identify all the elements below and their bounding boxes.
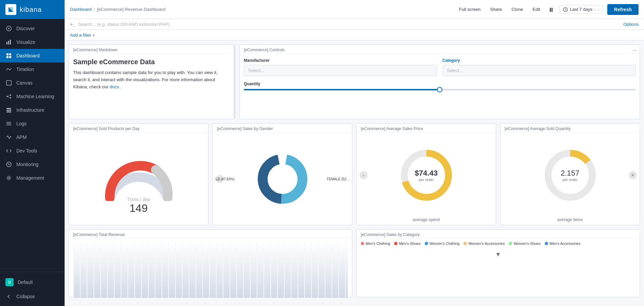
- svg-line-16: [8, 96, 10, 98]
- svg-point-12: [6, 96, 8, 97]
- quantity-slider-track: [244, 89, 635, 90]
- gauge-chart: [103, 157, 174, 201]
- infrastructure-icon: [5, 107, 12, 113]
- legend-dot-mens-clothing: [361, 242, 364, 245]
- refresh-button[interactable]: Refresh: [607, 4, 639, 15]
- options-button[interactable]: Options: [623, 22, 639, 27]
- avg-qty-footer: average items: [501, 217, 640, 225]
- avg-sold-qty-content: ✕ 2.157 per order: [501, 133, 640, 217]
- svg-rect-17: [6, 108, 11, 109]
- markdown-body: This dashboard contains sample data for …: [73, 69, 231, 90]
- dashboard-content: [eCommerce] Markdown Sample eCommerce Da…: [65, 40, 644, 306]
- sidebar: kibana Discover Visualize Dashboard Time…: [0, 0, 65, 306]
- manufacturer-label: Manufacturer: [244, 58, 437, 63]
- avg-qty-nav-right[interactable]: ✕: [629, 171, 637, 179]
- devtools-icon: [5, 147, 12, 154]
- svg-rect-9: [6, 56, 9, 58]
- sidebar-item-devtools[interactable]: Dev Tools: [0, 144, 65, 158]
- logo[interactable]: kibana: [0, 0, 65, 19]
- gear-icon: [5, 175, 12, 181]
- markdown-panel: [eCommerce] Markdown Sample eCommerce Da…: [69, 44, 235, 119]
- svg-rect-18: [6, 110, 11, 111]
- svg-rect-7: [6, 53, 9, 55]
- markdown-panel-content: Sample eCommerce Data This dashboard con…: [69, 54, 235, 118]
- dashboard-icon: [5, 52, 12, 59]
- share-button[interactable]: Share: [488, 5, 505, 13]
- sidebar-item-logs[interactable]: Logs: [0, 117, 65, 130]
- quantity-slider-fill: [244, 89, 440, 90]
- sidebar-item-infrastructure[interactable]: Infrastructure: [0, 103, 65, 117]
- markdown-heading: Sample eCommerce Data: [73, 58, 231, 66]
- sidebar-item-timelion[interactable]: Timelion: [0, 62, 65, 76]
- category-select[interactable]: Select...: [442, 65, 635, 76]
- pause-icon: [550, 8, 553, 12]
- legend-womens-shoes: Women's Shoes: [509, 241, 541, 246]
- legend-womens-shoes-label: Women's Shoes: [513, 241, 541, 246]
- edit-button[interactable]: Edit: [530, 5, 543, 13]
- search-input[interactable]: Search... (e.g. status:200 AND extension…: [78, 22, 621, 27]
- time-range-selector[interactable]: Last 7 days ‹ ›: [559, 5, 603, 14]
- total-revenue-panel: [eCommerce] Total Revenue: [69, 229, 352, 297]
- sidebar-item-dashboard[interactable]: Dashboard: [0, 49, 65, 62]
- category-control: Category Select...: [442, 58, 635, 76]
- quantity-control: Quantity: [244, 82, 635, 90]
- svg-rect-10: [9, 56, 11, 58]
- pause-button[interactable]: [547, 5, 555, 13]
- collapse-label: Collapse: [16, 294, 35, 299]
- top-row: [eCommerce] Markdown Sample eCommerce Da…: [69, 44, 640, 119]
- breadcrumb: Dashboard / [eCommerce] Revenue Dashboar…: [70, 7, 165, 12]
- search-bar: >_ Search... (e.g. status:200 AND extens…: [65, 19, 644, 30]
- avg-price-nav-left[interactable]: ‹: [359, 171, 368, 179]
- sidebar-item-management[interactable]: Management: [0, 171, 65, 185]
- svg-point-28: [268, 164, 298, 194]
- user-avatar: D: [5, 278, 14, 286]
- add-filter-button[interactable]: Add a filter +: [70, 33, 95, 38]
- legend-mens-clothing-label: Men's Clothing: [366, 241, 390, 246]
- sidebar-item-apm-label: APM: [16, 134, 27, 140]
- sidebar-bottom: D Default Collapse: [0, 272, 65, 306]
- sidebar-collapse[interactable]: Collapse: [0, 290, 65, 303]
- metrics-row: [eCommerce] Sold Products per Day Trxns …: [69, 123, 640, 225]
- clone-button[interactable]: Clone: [509, 5, 526, 13]
- bar-chart-icon: [5, 39, 12, 46]
- panel-menu-icon[interactable]: ···: [632, 48, 637, 54]
- legend-dot-womens-shoes: [509, 242, 512, 245]
- sidebar-item-infrastructure-label: Infrastructure: [16, 107, 44, 113]
- sidebar-item-apm[interactable]: APM: [0, 130, 65, 144]
- category-chart-down-arrow[interactable]: ▼: [495, 251, 501, 258]
- manufacturer-select[interactable]: Select...: [244, 65, 437, 76]
- sidebar-item-monitoring-label: Monitoring: [16, 162, 38, 167]
- sidebar-item-monitoring[interactable]: Monitoring: [0, 158, 65, 171]
- avg-sales-price-content: ‹ $74.43 per order: [357, 133, 496, 217]
- svg-point-13: [10, 94, 11, 96]
- quantity-slider-thumb[interactable]: [437, 87, 442, 92]
- panel-resize-handle[interactable]: [234, 45, 235, 119]
- svg-point-14: [10, 97, 11, 98]
- category-legend: Men's Clothing Men's Shoes Women's Cloth…: [357, 239, 640, 248]
- svg-point-3: [8, 28, 10, 29]
- sales-by-gender-panel: [eCommerce] Sales by Gender ‹ LE (47: [213, 123, 352, 225]
- compass-icon: [5, 25, 12, 32]
- fullscreen-button[interactable]: Full screen: [456, 5, 484, 13]
- avg-sales-price-panel: [eCommerce] Average Sales Price ‹ $74.43…: [356, 123, 496, 225]
- svg-rect-19: [6, 111, 11, 112]
- sales-by-gender-content: ‹ LE (47.83%) FEMALE: [213, 133, 352, 225]
- avg-price-footer: average spend: [357, 217, 496, 225]
- search-prompt: >_: [70, 22, 75, 27]
- sales-by-gender-title: [eCommerce] Sales by Gender: [213, 124, 352, 133]
- sidebar-item-discover[interactable]: Discover: [0, 22, 65, 35]
- breadcrumb-dashboard-link[interactable]: Dashboard: [70, 7, 92, 12]
- apm-icon: [5, 134, 12, 141]
- user-item[interactable]: D Default: [0, 275, 65, 290]
- markdown-body-end: .: [120, 84, 122, 89]
- sidebar-item-visualize[interactable]: Visualize: [0, 35, 65, 49]
- ml-icon: [5, 93, 12, 100]
- user-label: Default: [18, 280, 33, 285]
- sidebar-item-canvas[interactable]: Canvas: [0, 76, 65, 90]
- legend-dot-mens-shoes: [394, 242, 397, 245]
- legend-womens-accessories: Women's Accessories: [463, 241, 505, 246]
- markdown-docs-link[interactable]: docs: [110, 84, 119, 89]
- sidebar-item-ml[interactable]: Machine Learning: [0, 90, 65, 103]
- avg-sold-qty-panel: [eCommerce] Average Sold Quantity ✕ 2.15…: [500, 123, 640, 225]
- svg-rect-11: [6, 80, 11, 85]
